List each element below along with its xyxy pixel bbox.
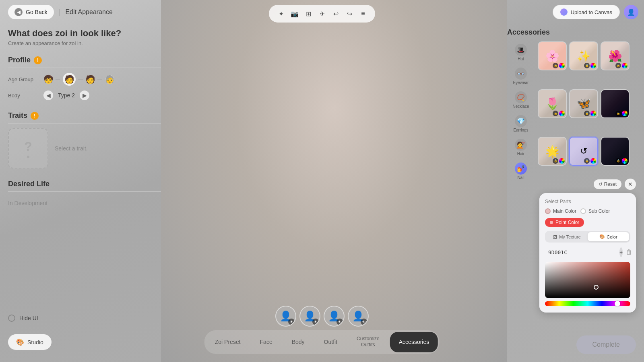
thumb-badge-6: 🔒 [615,111,627,116]
tab-customize-outfits[interactable]: Customize Outfits [348,332,388,352]
character-description: What does zoi in look like? Create an ap… [8,28,161,46]
avatar-thumb-1[interactable]: 👤 👁 [275,306,296,327]
nail-thumb-4[interactable]: 🌷 🔒 [538,89,567,118]
accessory-hat[interactable]: 🎩 Hat [507,41,535,64]
color-hex-input[interactable] [548,249,616,255]
nail-thumb-7[interactable]: 🌟 🔒 [538,137,567,166]
tab-accessories[interactable]: Accessories [390,332,438,352]
age-group-label: Age Group [8,76,40,82]
toolbar-undo-icon[interactable]: ↩ [330,8,341,19]
necklace-label: Necklace [512,104,529,109]
left-panel: What does zoi in look like? Create an ap… [8,28,161,210]
lock-badge-4: 🔒 [553,111,558,116]
trait-row: ? Select a trait. [8,128,161,169]
body-label: Body [8,93,40,99]
reset-icon: ↺ [599,181,603,187]
thumb-badge-1: 🔒 [553,63,565,68]
upload-to-canvas-button[interactable]: Upload to Canvas [553,5,620,19]
tab-body[interactable]: Body [283,332,314,352]
accessory-earrings[interactable]: 💎 Earrings [507,113,535,135]
age-selector[interactable]: 🧒 — 🧑 — 🧑 — 🧓 [43,73,114,86]
tab-face[interactable]: Face [251,332,281,352]
accessory-nail[interactable]: 💅 Nail [507,160,535,182]
color-panel-title: Select Parts [545,199,630,204]
hide-ui-row[interactable]: Hide UI [8,315,38,322]
reset-button[interactable]: ↺ Reset [594,179,621,189]
close-panel-button[interactable]: ✕ [625,179,636,190]
desired-life-title: Desired Life [8,180,50,188]
color-picker-area[interactable] [545,262,630,298]
toolbar-grid-icon[interactable]: ⊞ [303,8,314,19]
nail-thumb-9[interactable]: 🔒 [601,137,630,166]
studio-button[interactable]: 🎨 Studio [8,334,52,350]
hide-ui-radio[interactable] [8,315,15,322]
nail-thumb-6[interactable]: 🔒 [601,89,630,118]
hue-bar[interactable] [545,301,630,306]
accessories-title: Accessories [507,28,636,37]
color-tab[interactable]: 🎨 Color [588,232,629,241]
lock-badge-3: 🔒 [615,63,621,68]
avatar-thumb-4[interactable]: 👤 👁 [348,306,369,327]
bottom-avatar-row: 👤 👁 👤 👁 👤 👁 👤 👁 [275,306,369,327]
center-toolbar: ✦ 📷 ⊞ ✈ ↩ ↪ ≡ [269,5,375,23]
eye-badge-3: 👁 [336,319,343,325]
rainbow-badge-2 [590,63,596,68]
sub-color-label: Sub Color [588,208,610,214]
point-color-button[interactable]: Point Color [545,218,584,227]
trait-dot [27,156,29,158]
nail-label: Nail [517,175,524,180]
accessory-hair[interactable]: 💇 Hair [507,136,535,158]
nail-thumb-1[interactable]: 🌸 🔒 [538,41,567,70]
color-panel: ↺ Reset ✕ Select Parts Main Color Sub Co… [539,193,636,313]
nail-thumb-8-selected[interactable]: ↺ 🔒 [569,137,598,166]
body-selector[interactable]: ◀ Type 2 ▶ [43,90,89,100]
sub-color-option[interactable]: Sub Color [580,208,610,214]
traits-header: Traits ! [8,111,161,123]
toolbar-camera-icon[interactable]: 📷 [289,8,300,19]
body-next-arrow[interactable]: ▶ [80,90,89,100]
eye-badge-4: 👁 [361,319,367,325]
refresh-icon: ↺ [580,146,587,156]
nail-thumb-5[interactable]: 🦋 🔒 [569,89,598,118]
rainbow-badge-3 [622,63,627,68]
avatar-thumb-3[interactable]: 👤 👁 [324,306,345,327]
color-delete-button[interactable]: 🗑 [626,247,632,257]
lock-badge-5: 🔒 [584,111,590,116]
trait-placeholder[interactable]: ? [8,128,48,169]
toolbar-move-icon[interactable]: ✈ [316,8,328,19]
main-color-option[interactable]: Main Color [545,208,576,214]
hat-label: Hat [518,57,524,61]
eyewear-label: Eyewear [513,80,529,85]
dark-overlay [545,262,630,298]
upload-label: Upload to Canvas [571,9,612,15]
body-row: Body ◀ Type 2 ▶ [8,90,161,100]
tab-zoi-preset[interactable]: Zoi Preset [206,332,250,352]
nail-thumb-2[interactable]: ✨ 🔒 [569,41,598,70]
user-avatar-button[interactable]: 👤 [624,5,638,19]
main-color-dot [545,208,551,214]
go-back-button[interactable]: ◀ Go Back [8,5,54,19]
bottom-nav: Zoi Preset Face Body Outfit Customize Ou… [204,330,440,354]
toolbar-menu-icon[interactable]: ≡ [357,8,369,19]
tab-outfit[interactable]: Outfit [315,332,346,352]
my-texture-tab[interactable]: 🖼 My Texture [546,232,588,241]
complete-button[interactable]: Complete [576,335,636,354]
age-adult-icon: 🧑 [85,73,95,86]
toolbar-redo-icon[interactable]: ↪ [344,8,355,19]
topbar-separator: | [59,8,61,16]
body-prev-arrow[interactable]: ◀ [43,90,53,100]
age-child-icon: 🧒 [43,73,53,86]
lock-badge-9: 🔒 [615,158,621,164]
accessory-eyewear[interactable]: 👓 Eyewear [507,65,535,87]
lock-badge-7: 🔒 [553,158,558,164]
nail-icon-inner: 💅 [517,165,525,173]
accessory-necklace[interactable]: 📿 Necklace [507,89,535,111]
color-add-button[interactable]: + [619,247,623,257]
toolbar-transform-icon[interactable]: ✦ [275,8,287,19]
avatar-thumb-2[interactable]: 👤 👁 [299,306,320,327]
go-back-label: Go Back [26,9,47,15]
age-teen-icon[interactable]: 🧑 [63,73,76,86]
nail-thumb-3[interactable]: 🌺 🔒 [601,41,630,70]
studio-label: Studio [27,339,43,346]
panel-action-row: ↺ Reset ✕ [594,179,636,190]
